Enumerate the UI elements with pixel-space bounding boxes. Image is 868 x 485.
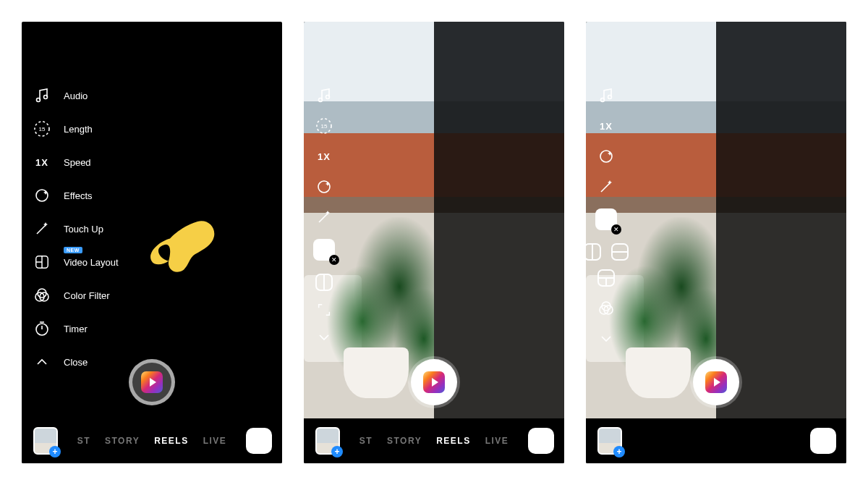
svg-point-1 xyxy=(44,96,48,99)
menu-label: Timer xyxy=(64,324,88,334)
svg-text:15: 15 xyxy=(321,123,328,130)
svg-point-18 xyxy=(601,98,605,102)
effects-button[interactable] xyxy=(315,178,333,195)
effects-button[interactable] xyxy=(597,148,615,165)
music-note-icon xyxy=(33,87,51,104)
close-badge-icon[interactable]: ✕ xyxy=(611,224,621,235)
menu-item-touchup[interactable]: Touch Up xyxy=(33,220,119,237)
bottom-bar: + xyxy=(586,418,846,463)
flip-camera-button[interactable] xyxy=(246,428,272,454)
mode-reels[interactable]: REELS xyxy=(154,436,189,446)
reels-icon xyxy=(141,371,163,393)
layout-grid-icon xyxy=(33,253,51,271)
mode-post[interactable]: ST xyxy=(77,436,90,446)
reels-side-toolbar: 1X ✕ xyxy=(596,87,616,347)
reels-icon xyxy=(423,371,445,393)
mode-post[interactable]: ST xyxy=(359,436,373,446)
close-badge-icon[interactable]: ✕ xyxy=(329,255,339,265)
record-button[interactable] xyxy=(129,359,175,405)
layout-options-row-2 xyxy=(597,269,615,287)
length-icon: 15 xyxy=(33,120,51,138)
sparkle-icon xyxy=(33,187,51,204)
speed-button[interactable]: 1X xyxy=(597,117,615,135)
mode-switcher: ST STORY REELS LIVE xyxy=(58,436,246,446)
menu-item-audio[interactable]: Audio xyxy=(33,87,119,104)
layout-option-three-grid[interactable] xyxy=(597,269,615,287)
menu-item-length[interactable]: 15 Length xyxy=(33,120,119,138)
reels-side-toolbar: 15 1X ✕ xyxy=(314,87,334,346)
mode-story[interactable]: STORY xyxy=(105,436,140,446)
menu-label-wrap: NEW Video Layout xyxy=(64,256,119,269)
screenshot-3: 1X ✕ + xyxy=(586,22,846,463)
venn-icon xyxy=(33,287,51,304)
touchup-button[interactable] xyxy=(315,208,333,226)
reels-icon xyxy=(705,371,727,393)
gallery-button[interactable]: + xyxy=(597,427,622,455)
chevron-up-icon xyxy=(33,353,51,371)
svg-rect-17 xyxy=(536,437,547,446)
bottom-bar: + ST STORY REELS LIVE xyxy=(304,418,564,463)
wand-icon xyxy=(33,220,51,237)
flip-camera-button[interactable] xyxy=(810,428,836,454)
pointing-hand-icon xyxy=(145,214,224,286)
speed-button[interactable]: 1X xyxy=(315,148,333,165)
layout-sub-options xyxy=(315,274,333,346)
reels-side-menu: Audio 15 Length 1X Speed Effects Touch U… xyxy=(33,87,119,371)
svg-rect-10 xyxy=(254,437,265,446)
new-badge: NEW xyxy=(64,247,82,253)
fullscreen-button[interactable] xyxy=(315,301,333,319)
gallery-button[interactable]: + xyxy=(33,427,58,455)
menu-label: Length xyxy=(64,124,93,135)
mode-reels[interactable]: REELS xyxy=(436,436,471,446)
svg-point-0 xyxy=(37,98,41,102)
menu-label: Close xyxy=(64,357,88,368)
menu-item-timer[interactable]: Timer xyxy=(33,320,119,337)
layout-option-horizontal-split[interactable] xyxy=(611,243,629,261)
menu-label: Speed xyxy=(64,157,91,168)
plus-badge-icon: + xyxy=(613,446,625,457)
mode-switcher: ST STORY REELS LIVE xyxy=(340,436,528,446)
color-filter-button[interactable] xyxy=(597,300,615,317)
menu-item-color-filter[interactable]: Color Filter xyxy=(33,287,119,304)
menu-label: Touch Up xyxy=(64,224,103,235)
menu-item-close[interactable]: Close xyxy=(33,353,119,371)
svg-point-11 xyxy=(319,98,323,102)
svg-text:15: 15 xyxy=(39,126,46,132)
svg-point-12 xyxy=(326,96,330,99)
speed-icon: 1X xyxy=(33,153,51,171)
mode-live[interactable]: LIVE xyxy=(485,436,509,446)
plus-badge-icon: + xyxy=(49,446,61,457)
menu-label: Audio xyxy=(64,90,88,101)
more-button[interactable] xyxy=(597,330,615,347)
bottom-bar: + ST STORY REELS LIVE xyxy=(22,418,282,463)
video-layout-button-active[interactable]: ✕ xyxy=(313,239,335,261)
menu-item-speed[interactable]: 1X Speed xyxy=(33,153,119,171)
video-layout-button-active[interactable]: ✕ xyxy=(595,208,617,230)
mode-story[interactable]: STORY xyxy=(387,436,422,446)
screenshot-2: 15 1X ✕ + ST STORY xyxy=(304,22,564,463)
audio-button[interactable] xyxy=(315,87,333,104)
flip-camera-button[interactable] xyxy=(528,428,554,454)
length-button[interactable]: 15 xyxy=(315,117,333,135)
record-button[interactable] xyxy=(693,359,739,405)
layout-options-row-1 xyxy=(586,243,629,261)
menu-label: Effects xyxy=(64,190,93,201)
screenshot-1: Audio 15 Length 1X Speed Effects Touch U… xyxy=(22,22,282,463)
menu-item-video-layout[interactable]: NEW Video Layout xyxy=(33,253,119,271)
layout-option-vertical-split[interactable] xyxy=(586,243,601,261)
touchup-button[interactable] xyxy=(597,178,615,195)
record-button[interactable] xyxy=(411,359,457,405)
mode-live[interactable]: LIVE xyxy=(203,436,227,446)
menu-label: Color Filter xyxy=(64,290,110,301)
gallery-button[interactable]: + xyxy=(315,427,340,455)
svg-rect-25 xyxy=(818,437,829,446)
timer-icon xyxy=(33,320,51,337)
more-button[interactable] xyxy=(315,329,333,346)
audio-button[interactable] xyxy=(597,87,615,104)
svg-point-19 xyxy=(608,96,612,99)
plus-badge-icon: + xyxy=(331,446,343,457)
menu-label: Video Layout xyxy=(64,257,119,268)
layout-option-vertical-split[interactable] xyxy=(315,274,333,291)
menu-item-effects[interactable]: Effects xyxy=(33,187,119,204)
